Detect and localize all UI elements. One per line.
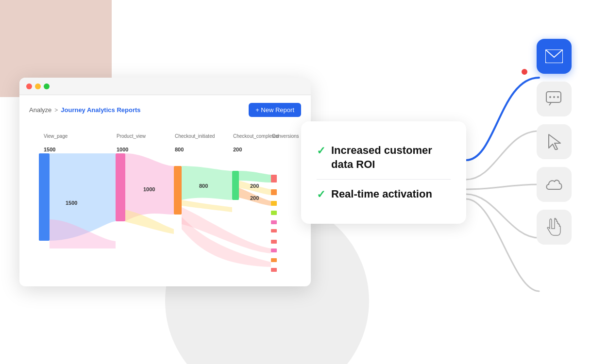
svg-rect-19 — [271, 229, 277, 232]
svg-text:800: 800 — [199, 183, 208, 189]
svg-text:View_page: View_page — [44, 133, 68, 139]
svg-text:200: 200 — [250, 195, 259, 201]
svg-rect-28 — [271, 268, 277, 272]
svg-rect-13 — [232, 171, 239, 200]
browser-window: Analyze > Journey Analytics Reports + Ne… — [19, 78, 311, 286]
svg-text:1000: 1000 — [143, 186, 155, 192]
svg-text:1500: 1500 — [44, 147, 55, 152]
browser-nav: Analyze > Journey Analytics Reports + Ne… — [29, 103, 301, 117]
svg-rect-11 — [116, 153, 125, 221]
info-item-realtime: ✓ Real-time activation — [317, 180, 451, 209]
svg-rect-25 — [271, 240, 277, 244]
email-icon-wrapper[interactable] — [537, 39, 572, 74]
check-icon-realtime: ✓ — [317, 188, 325, 201]
svg-rect-14 — [271, 175, 277, 182]
svg-rect-15 — [271, 189, 277, 195]
info-item-roi: ✓ Increased customer data ROI — [317, 136, 451, 180]
svg-rect-18 — [271, 220, 277, 224]
svg-point-31 — [549, 96, 551, 98]
breadcrumb-analyze: Analyze — [29, 106, 51, 114]
pointer-icon-wrapper[interactable] — [537, 210, 572, 245]
svg-text:Checkout_initiated: Checkout_initiated — [175, 133, 215, 139]
svg-point-33 — [557, 96, 559, 98]
svg-text:200: 200 — [250, 183, 259, 189]
browser-titlebar — [19, 78, 311, 95]
svg-point-32 — [553, 96, 555, 98]
cursor-icon — [547, 133, 561, 150]
breadcrumb-chevron: > — [54, 107, 58, 114]
svg-text:Product_view: Product_view — [117, 133, 146, 139]
svg-rect-12 — [174, 166, 182, 215]
svg-rect-16 — [271, 201, 277, 206]
icon-column — [537, 39, 572, 245]
breadcrumb: Analyze > Journey Analytics Reports — [29, 106, 141, 114]
cursor-icon-box[interactable] — [537, 124, 572, 159]
svg-text:1000: 1000 — [117, 147, 128, 152]
svg-text:Conversions: Conversions — [272, 133, 299, 139]
svg-text:800: 800 — [175, 147, 184, 152]
traffic-light-yellow — [35, 83, 41, 89]
chat-icon-box[interactable] — [537, 82, 572, 116]
email-icon-box[interactable] — [537, 39, 572, 74]
pointer-icon — [547, 218, 561, 236]
svg-point-0 — [521, 68, 528, 75]
chat-icon — [545, 91, 563, 107]
traffic-light-red — [26, 83, 32, 89]
cloud-icon — [545, 178, 563, 191]
email-icon — [545, 50, 563, 63]
breadcrumb-current: Journey Analytics Reports — [61, 106, 140, 114]
svg-text:1500: 1500 — [66, 200, 77, 206]
svg-rect-10 — [39, 153, 50, 241]
svg-rect-27 — [271, 258, 277, 262]
info-text-roi: Increased customer data ROI — [331, 144, 451, 171]
traffic-light-green — [44, 83, 50, 89]
cloud-icon-box[interactable] — [537, 167, 572, 202]
cursor-icon-wrapper[interactable] — [537, 124, 572, 159]
chat-icon-wrapper[interactable] — [537, 82, 572, 116]
svg-rect-26 — [271, 248, 277, 252]
check-icon-roi: ✓ — [317, 145, 325, 157]
svg-rect-17 — [271, 211, 277, 215]
pointer-icon-box[interactable] — [537, 210, 572, 245]
info-card: ✓ Increased customer data ROI ✓ Real-tim… — [301, 121, 466, 224]
info-text-realtime: Real-time activation — [331, 187, 432, 201]
cloud-icon-wrapper[interactable] — [537, 167, 572, 202]
new-report-button[interactable]: + New Report — [249, 103, 301, 117]
sankey-chart: View_page Product_view Checkout_initiate… — [29, 125, 301, 286]
svg-text:200: 200 — [233, 147, 242, 152]
sankey-svg: View_page Product_view Checkout_initiate… — [29, 125, 301, 286]
